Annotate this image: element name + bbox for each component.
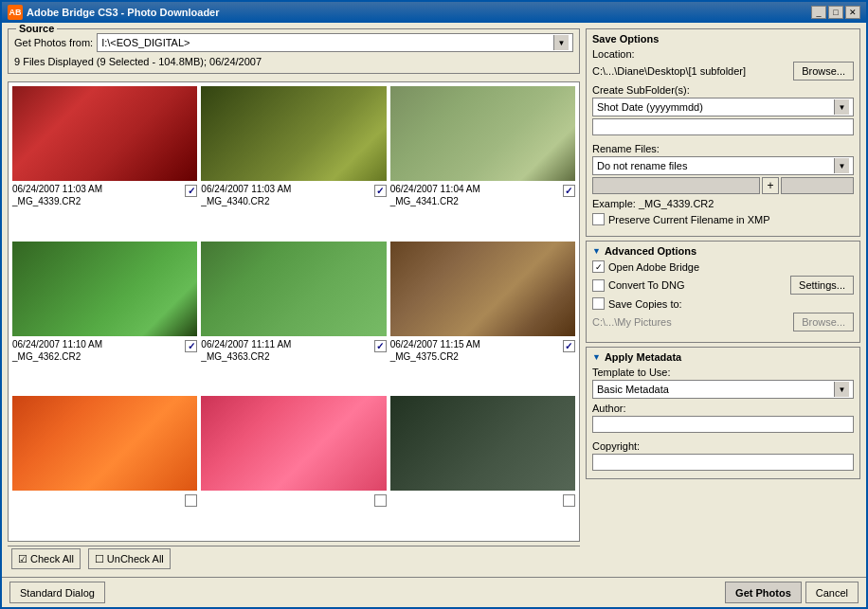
save-copies-row: Save Copies to: [592,297,854,310]
photo-checkbox[interactable] [185,494,197,507]
apply-metadata-group: ▼ Apply Metadata Template to Use: Basic … [586,347,860,479]
photo-item: 06/24/2007 11:04 AM_MG_4341.CR2 [390,86,575,238]
maximize-button[interactable]: □ [828,6,843,19]
titlebar-buttons: _ □ ✕ [811,6,860,19]
photo-thumbnail[interactable] [12,86,197,181]
photo-item: 06/24/2007 11:15 AM_MG_4375.CR2 [390,242,575,393]
example-text: Example: _MG_4339.CR2 [592,198,854,209]
photo-meta: 06/24/2007 11:04 AM_MG_4341.CR2 [390,183,561,207]
source-group: Source Get Photos from: I:\<EOS_DIGITAL>… [8,28,580,74]
photo-thumbnail[interactable] [201,86,386,181]
photo-checkbox[interactable] [374,185,387,197]
photo-checkbox[interactable] [185,185,197,197]
photo-thumbnail[interactable] [390,396,575,491]
source-path-dropdown[interactable]: I:\<EOS_DIGITAL> ▼ [97,33,573,52]
save-options-title: Save Options [592,33,854,45]
photo-checkbox[interactable] [374,340,387,352]
save-options-group: Save Options Location: C:\...\Diane\Desk… [586,28,860,237]
get-photos-label: Get Photos from: [14,37,93,48]
photo-info-row: 06/24/2007 11:15 AM_MG_4375.CR2 [390,338,575,363]
photo-thumbnail[interactable] [201,242,386,336]
location-browse-button[interactable]: Browse... [793,62,854,81]
main-content: Source Get Photos from: I:\<EOS_DIGITAL>… [2,23,866,577]
subfolder-dropdown[interactable]: Shot Date (yyyymmdd) ▼ [592,98,854,116]
get-photos-button[interactable]: Get Photos [725,582,802,603]
open-bridge-label: Open Adobe Bridge [608,261,699,273]
photo-thumbnail[interactable] [12,242,197,336]
source-dropdown-arrow: ▼ [553,35,569,50]
advanced-options-header[interactable]: ▼ Advanced Options [592,245,854,257]
open-bridge-checkbox[interactable] [592,260,605,273]
copies-browse-button[interactable]: Browse... [793,313,854,331]
rename-text-input[interactable] [592,177,760,194]
photo-meta: 06/24/2007 11:03 AM_MG_4340.CR2 [201,183,371,207]
photo-meta: 06/24/2007 11:15 AM_MG_4375.CR2 [390,338,561,363]
save-copies-checkbox[interactable] [592,297,605,310]
rename-suffix-input[interactable] [781,177,854,194]
photo-thumbnail[interactable] [390,86,575,181]
photo-item: 06/24/2007 11:03 AM_MG_4340.CR2 [201,86,386,238]
template-label: Template to Use: [592,367,854,378]
metadata-collapse-arrow-icon: ▼ [592,352,601,362]
photo-thumbnail[interactable] [201,396,386,491]
uncheck-all-label: UnCheck All [107,553,164,564]
author-input[interactable] [592,416,854,433]
check-all-button[interactable]: ☑ Check All [11,548,81,569]
close-button[interactable]: ✕ [845,6,860,19]
file-count: 9 Files Displayed (9 Selected - 104.8MB)… [14,56,573,67]
photo-thumbnail[interactable] [390,242,575,336]
subfolder-text-input[interactable] [592,118,854,135]
photo-checkbox[interactable] [563,185,575,197]
standard-dialog-button[interactable]: Standard Dialog [9,582,105,603]
rename-option-text: Do not rename files [597,160,687,171]
rename-plus-button[interactable]: + [762,177,779,194]
subfolder-dropdown-arrow: ▼ [834,99,849,115]
photo-item: 06/24/2007 11:11 AM_MG_4363.CR2 [201,242,386,393]
advanced-options-title: Advanced Options [605,245,696,257]
photo-checkbox[interactable] [563,494,575,507]
photo-checkbox[interactable] [563,340,575,352]
copies-path-text: C:\...\My Pictures [592,316,793,328]
photo-item: 06/24/2007 11:10 AM_MG_4362.CR2 [12,242,197,393]
location-row: C:\...\Diane\Desktop\[1 subfolder] Brows… [592,62,854,81]
source-label: Source [16,23,57,34]
photo-item: 06/24/2007 11:03 AM_MG_4339.CR2 [12,86,197,238]
footer-bar: Standard Dialog Get Photos Cancel [2,577,866,607]
save-copies-label: Save Copies to: [608,298,682,310]
rename-dropdown[interactable]: Do not rename files ▼ [592,156,854,175]
photo-checkbox[interactable] [374,494,387,507]
copyright-label: Copyright: [592,440,854,452]
bottom-bar: ☑ Check All ☐ UnCheck All [8,546,580,571]
titlebar: AB Adobe Bridge CS3 - Photo Downloader _… [2,2,866,23]
photo-info-row: 06/24/2007 11:11 AM_MG_4363.CR2 [201,338,386,363]
titlebar-left: AB Adobe Bridge CS3 - Photo Downloader [8,5,220,20]
collapse-arrow-icon: ▼ [592,246,601,256]
template-dropdown[interactable]: Basic Metadata ▼ [592,380,854,399]
location-label: Location: [592,48,854,60]
window-title: Adobe Bridge CS3 - Photo Downloader [27,7,220,18]
photo-item [12,396,197,537]
cancel-button[interactable]: Cancel [805,582,859,603]
photo-meta: 06/24/2007 11:03 AM_MG_4339.CR2 [12,183,183,207]
minimize-button[interactable]: _ [811,6,826,19]
copyright-input[interactable] [592,454,854,471]
preserve-checkbox[interactable] [592,213,605,225]
photo-info-row: 06/24/2007 11:03 AM_MG_4339.CR2 [12,183,197,207]
photo-grid: 06/24/2007 11:03 AM_MG_4339.CR206/24/200… [9,82,579,541]
convert-dng-checkbox[interactable] [592,279,605,292]
photo-thumbnail[interactable] [12,396,197,491]
rename-dropdown-arrow: ▼ [834,158,849,173]
check-icon: ☑ [18,553,27,565]
rename-files-label: Rename Files: [592,143,854,154]
subfolder-option-text: Shot Date (yyyymmdd) [597,101,703,113]
settings-button[interactable]: Settings... [790,276,854,295]
check-all-label: Check All [30,553,74,564]
source-row: Get Photos from: I:\<EOS_DIGITAL> ▼ [14,33,573,52]
apply-metadata-header[interactable]: ▼ Apply Metadata [592,351,854,363]
uncheck-all-button[interactable]: ☐ UnCheck All [88,548,171,569]
photo-info-row: 06/24/2007 11:04 AM_MG_4341.CR2 [390,183,575,207]
footer-right-buttons: Get Photos Cancel [725,582,859,603]
photo-checkbox[interactable] [185,340,197,352]
apply-metadata-title: Apply Metadata [605,351,681,363]
app-icon: AB [8,5,23,20]
